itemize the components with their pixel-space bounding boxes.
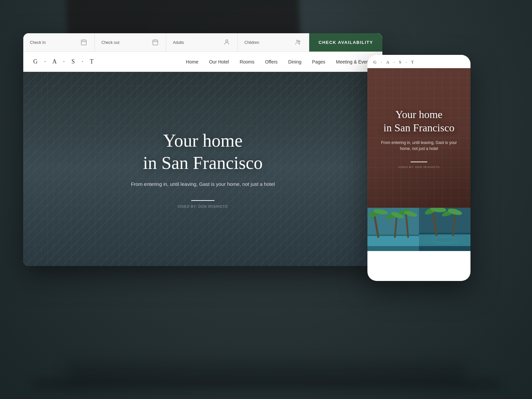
svg-rect-4 [153, 40, 158, 45]
check-availability-button[interactable]: CHECK AVAILABILITY [309, 33, 382, 52]
svg-point-9 [297, 40, 298, 42]
mobile-header: G · A · S · T [367, 55, 470, 68]
nav-dining[interactable]: Dining [288, 59, 302, 65]
desktop-navbar: G · A · S · T Home Our Hotel Rooms Offer… [23, 52, 382, 72]
mobile-hero-subtitle: From entering in, until leaving, Gast is… [367, 140, 470, 152]
nav-offers[interactable]: Offers [265, 59, 278, 65]
svg-rect-0 [81, 40, 86, 45]
thumb-img-1 [367, 208, 419, 251]
mobile-hero: Your home in San Francisco From entering… [367, 68, 470, 208]
desktop-mockup: Check In Check out [23, 33, 382, 266]
nav-pages[interactable]: Pages [312, 59, 326, 65]
hero-divider [191, 200, 214, 201]
mobile-hero-divider [411, 162, 427, 162]
booking-bar: Check In Check out [23, 33, 382, 52]
nav-links: Home Our Hotel Rooms Offers Dining Pages… [186, 59, 372, 65]
calendar-icon [80, 39, 88, 46]
svg-point-10 [299, 41, 300, 42]
nav-home[interactable]: Home [186, 59, 198, 65]
mobile-hero-title: Your home in San Francisco [377, 108, 461, 134]
mobile-thumbnails [367, 208, 470, 251]
mobile-thumb-1 [367, 208, 419, 251]
video-credit: VIDEO BY: DON IRISIHOTO [178, 205, 228, 208]
children-icon [295, 39, 302, 46]
children-label: Children [244, 40, 292, 45]
hero-subtitle: From entering in, until leaving, Gast is… [131, 181, 275, 187]
nav-our-hotel[interactable]: Our Hotel [209, 59, 229, 65]
bg-shadow-2 [33, 379, 499, 389]
mobile-logo: G · A · S · T [373, 60, 416, 65]
mobile-hero-building [367, 68, 470, 208]
check-out-field[interactable]: Check out [95, 33, 166, 52]
desktop-logo: G · A · S · T [33, 58, 96, 65]
adults-field[interactable]: Adults [166, 33, 238, 52]
nav-meeting-events[interactable]: Meeting & Events [336, 59, 372, 65]
svg-point-8 [226, 40, 228, 42]
nav-rooms[interactable]: Rooms [240, 59, 254, 65]
check-in-label: Check In [30, 40, 78, 45]
hero-title: Your home in San Francisco [143, 130, 263, 175]
thumb-img-2 [419, 208, 470, 251]
check-in-field[interactable]: Check In [23, 33, 95, 52]
children-field[interactable]: Children [238, 33, 309, 52]
svg-rect-13 [367, 236, 419, 246]
person-icon [223, 39, 231, 46]
mobile-mockup: G · A · S · T Your home in San Francisco… [367, 55, 470, 281]
calendar-icon-checkout [152, 39, 159, 46]
mobile-thumb-2 [419, 208, 470, 251]
adults-label: Adults [173, 40, 221, 45]
mobile-video-credit: VIDEO BY: DON IRISIHOTO [398, 166, 440, 169]
desktop-hero: Your home in San Francisco From entering… [23, 72, 382, 266]
check-out-label: Check out [101, 40, 149, 45]
